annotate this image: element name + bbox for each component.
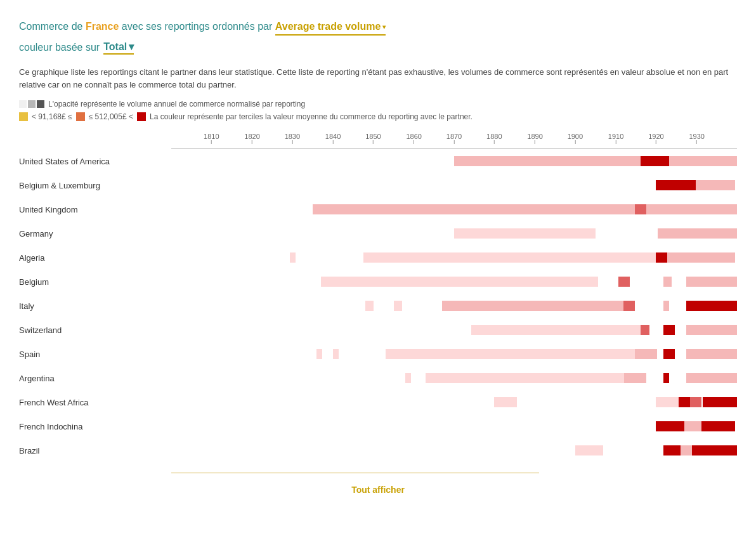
bar-usa-3: [641, 156, 669, 166]
bar-uk-2: [313, 204, 635, 214]
color-box-low: [19, 112, 28, 121]
label-spain: Spain: [19, 350, 171, 359]
main-container: Commerce de France avec ses reportings o…: [0, 0, 756, 513]
row-algeria: Algeria: [19, 246, 737, 270]
bars-belglux: [171, 179, 737, 192]
bar-uk-3: [635, 204, 646, 214]
bar-algeria-tiny: [290, 252, 296, 263]
color-value: Total: [103, 41, 127, 53]
bar-algeria-end: [667, 252, 735, 263]
bar-uk-5: [669, 204, 737, 214]
title-prefix: Commerce de: [19, 21, 86, 32]
bars-indochina: [171, 420, 737, 433]
bar-arg-5: [686, 373, 737, 383]
description-text: Ce graphique liste les reportings citant…: [19, 66, 737, 91]
bars-italy: [171, 299, 737, 312]
label-germany: Germany: [19, 229, 171, 239]
label-switzerland: Switzerland: [19, 325, 171, 335]
label-italy: Italy: [19, 301, 171, 311]
color-box-high: [137, 112, 146, 121]
bars-usa: [171, 155, 737, 167]
color-box-mid: [76, 112, 85, 121]
bar-fwa-1: [494, 397, 517, 407]
bars-germany: [171, 227, 737, 240]
sort-label: Average trade volume: [275, 19, 381, 34]
bar-germany-1: [454, 228, 596, 239]
label-belglux: Belgium & Luxemburg: [19, 181, 171, 190]
chart-area: 1810 1820 1830 1840 1850 1860 1870 1880 …: [19, 133, 737, 462]
opacity-legend: [19, 100, 44, 108]
show-all-button[interactable]: Tout afficher: [19, 480, 737, 500]
bar-arg-3: [624, 373, 647, 383]
row-fwa: French West Africa: [19, 390, 737, 414]
row-argentina: Argentina: [19, 366, 737, 390]
title-country: France: [86, 21, 119, 32]
bar-brazil-2: [663, 445, 681, 455]
bar-fwa-4: [690, 397, 701, 407]
bar-arg-2: [426, 373, 623, 383]
bars-algeria: [171, 251, 737, 264]
label-brazil: Brazil: [19, 446, 171, 455]
tick-1840: 1840: [325, 133, 341, 144]
bars-brazil: [171, 444, 737, 457]
row-usa: United States of America: [19, 149, 737, 173]
bar-spain-3: [386, 349, 634, 359]
color-legend-text: La couleur représente par terciles la va…: [150, 112, 472, 121]
bar-indo-3: [701, 421, 736, 431]
row-italy: Italy: [19, 294, 737, 318]
tick-1830: 1830: [285, 133, 300, 144]
color-dropdown[interactable]: Total ▾: [103, 41, 134, 55]
tick-1890: 1890: [527, 133, 542, 144]
label-uk: United Kingdom: [19, 205, 171, 214]
opacity-legend-text: L'opacité représente le volume annuel de…: [48, 100, 305, 108]
opacity-box-1: [19, 100, 27, 108]
color-prefix: couleur basée sur: [19, 42, 100, 53]
bar-indo-1: [656, 421, 684, 431]
bar-belgium-3: [663, 277, 672, 287]
label-argentina: Argentina: [19, 374, 171, 383]
color-arrow: ▾: [129, 41, 134, 53]
bar-swiss-4: [686, 325, 737, 335]
bar-brazil-1: [575, 445, 604, 455]
row-spain: Spain: [19, 342, 737, 366]
bars-spain: [171, 348, 737, 360]
tick-1930: 1930: [689, 133, 704, 144]
bar-germany-2: [658, 228, 737, 239]
divider: [171, 473, 539, 473]
opacity-box-2: [28, 100, 36, 108]
bar-indo-2: [684, 421, 701, 431]
label-fwa: French West Africa: [19, 398, 171, 407]
label-belgium: Belgium: [19, 277, 171, 287]
row-uk: United Kingdom: [19, 197, 737, 221]
bar-swiss-1: [471, 325, 641, 335]
bar-uk-4: [646, 204, 669, 214]
bar-usa-4: [669, 156, 737, 166]
bar-swiss-2: [641, 325, 649, 335]
label-usa: United States of America: [19, 157, 171, 166]
bar-algeria-dark: [656, 252, 667, 263]
bar-brazil-4: [692, 445, 737, 455]
bars-belgium: [171, 275, 737, 288]
tick-1860: 1860: [406, 133, 421, 144]
bar-fwa-3: [679, 397, 690, 407]
title-middle: avec ses reportings ordonnés par: [119, 21, 272, 32]
bar-algeria-main: [363, 252, 669, 263]
bar-italy-3: [442, 301, 623, 311]
tick-1850: 1850: [365, 133, 381, 144]
bar-arg-4: [663, 373, 669, 383]
bar-spain-6: [686, 349, 737, 359]
bar-italy-5: [663, 301, 669, 311]
label-algeria: Algeria: [19, 253, 171, 263]
row-indochina: French Indochina: [19, 414, 737, 438]
title-line: Commerce de France avec ses reportings o…: [19, 19, 737, 36]
bar-italy-2: [394, 301, 402, 311]
sort-dropdown[interactable]: Average trade volume ▾: [275, 19, 386, 36]
tick-1900: 1900: [568, 133, 583, 144]
bar-italy-1: [365, 301, 374, 311]
bars-fwa: [171, 396, 737, 409]
bar-spain-2: [333, 349, 339, 359]
row-belgium: Belgium: [19, 270, 737, 294]
bar-italy-4: [623, 301, 635, 311]
tick-1910: 1910: [608, 133, 623, 144]
bars-switzerland: [171, 324, 737, 336]
